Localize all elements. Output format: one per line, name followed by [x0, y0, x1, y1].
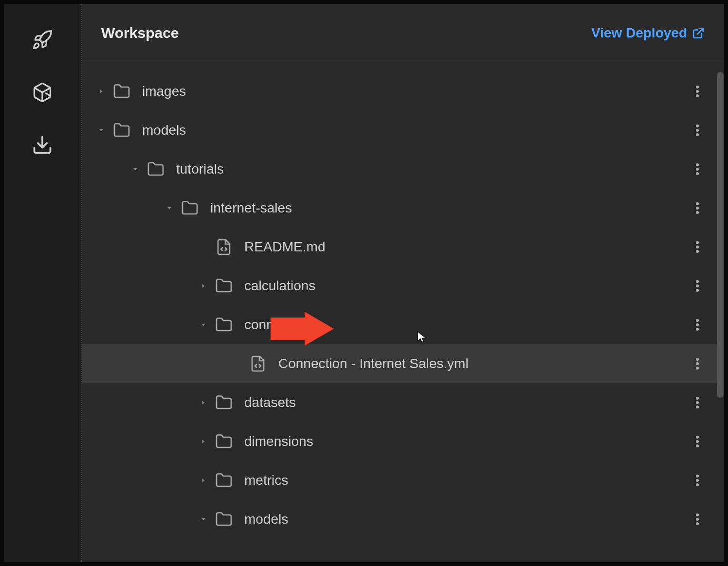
svg-point-17	[696, 250, 699, 253]
tree-item-label: README.md	[244, 239, 325, 255]
svg-point-13	[696, 207, 699, 210]
file-icon	[214, 237, 234, 257]
nav-rail	[4, 4, 82, 562]
tree-item-readme-md[interactable]: README.md	[82, 228, 719, 266]
tree-item-label: tutorials	[176, 161, 224, 177]
package-icon[interactable]	[31, 81, 54, 104]
external-link-icon	[692, 27, 705, 39]
svg-point-4	[696, 90, 699, 93]
svg-point-6	[696, 124, 699, 127]
rocket-icon[interactable]	[31, 28, 54, 52]
scrollbar-thumb[interactable]	[717, 72, 724, 398]
chevron-right-icon[interactable]	[96, 87, 106, 96]
chevron-down-icon[interactable]	[199, 320, 208, 330]
chevron-down-icon[interactable]	[164, 203, 174, 213]
tree-item-connection-internet-sales-yml[interactable]: Connection - Internet Sales.yml	[82, 344, 719, 383]
tree-item-calculations[interactable]: calculations	[82, 266, 719, 305]
more-options-button[interactable]	[685, 352, 710, 376]
folder-icon	[214, 315, 234, 335]
more-options-button[interactable]	[685, 507, 710, 531]
view-deployed-link[interactable]: View Deployed	[591, 25, 705, 41]
svg-point-28	[696, 401, 699, 404]
svg-point-18	[696, 280, 699, 283]
svg-point-15	[696, 241, 699, 244]
scrollbar[interactable]	[716, 72, 724, 403]
tree-item-label: models	[142, 123, 186, 138]
tree-item-label: internet-sales	[210, 200, 292, 216]
download-icon[interactable]	[31, 133, 54, 157]
folder-icon	[112, 82, 131, 101]
svg-point-3	[696, 86, 699, 88]
svg-point-29	[696, 406, 699, 408]
svg-point-11	[696, 172, 699, 175]
folder-icon	[180, 198, 200, 218]
chevron-right-icon[interactable]	[199, 398, 208, 407]
more-options-button[interactable]	[685, 118, 710, 142]
chevron-right-icon[interactable]	[199, 476, 208, 485]
svg-point-10	[696, 168, 699, 171]
svg-point-36	[696, 513, 699, 516]
more-options-button[interactable]	[685, 468, 710, 493]
svg-point-9	[696, 163, 699, 166]
svg-point-12	[696, 202, 699, 205]
tree-item-images[interactable]: images	[82, 72, 719, 111]
folder-icon	[214, 393, 234, 412]
more-options-button[interactable]	[685, 390, 710, 415]
svg-line-2	[697, 28, 703, 34]
more-options-button[interactable]	[685, 157, 710, 181]
tree-item-models[interactable]: models	[82, 500, 719, 539]
folder-icon	[214, 510, 234, 529]
svg-point-5	[696, 94, 699, 97]
svg-point-7	[696, 129, 699, 132]
svg-point-23	[696, 328, 699, 331]
tree-item-connections[interactable]: connections	[82, 305, 719, 344]
tree-item-datasets[interactable]: datasets	[82, 383, 719, 422]
svg-point-30	[696, 436, 699, 439]
tree-item-label: calculations	[244, 278, 315, 294]
svg-point-22	[696, 323, 699, 326]
svg-point-8	[696, 133, 699, 136]
tree-item-label: dimensions	[244, 434, 313, 449]
folder-icon	[214, 276, 234, 296]
more-options-button[interactable]	[685, 196, 710, 220]
svg-point-38	[696, 522, 699, 525]
more-options-button[interactable]	[685, 429, 710, 454]
svg-point-31	[696, 440, 699, 443]
folder-icon	[214, 432, 234, 451]
tree-item-label: images	[142, 84, 186, 99]
tree-item-label: connections	[244, 317, 317, 333]
panel-title: Workspace	[101, 25, 179, 41]
view-deployed-label: View Deployed	[591, 25, 687, 41]
svg-point-20	[696, 289, 699, 292]
svg-point-34	[696, 479, 699, 482]
more-options-button[interactable]	[685, 274, 710, 298]
svg-point-27	[696, 397, 699, 400]
svg-point-25	[696, 362, 699, 365]
tree-item-dimensions[interactable]: dimensions	[82, 422, 719, 461]
chevron-down-icon[interactable]	[96, 125, 106, 135]
svg-point-19	[696, 284, 699, 287]
chevron-right-icon[interactable]	[199, 437, 208, 446]
tree-item-models[interactable]: models	[82, 111, 719, 150]
svg-point-16	[696, 246, 699, 248]
file-tree: imagesmodelstutorialsinternet-salesREADM…	[82, 62, 724, 562]
svg-point-26	[696, 367, 699, 370]
svg-point-14	[696, 211, 699, 214]
workspace-panel: Workspace View Deployed imagesmodelstuto…	[82, 4, 724, 562]
tree-item-tutorials[interactable]: tutorials	[82, 150, 719, 189]
svg-point-37	[696, 518, 699, 521]
panel-header: Workspace View Deployed	[82, 4, 724, 62]
tree-item-metrics[interactable]: metrics	[82, 461, 719, 500]
svg-point-24	[696, 358, 699, 361]
more-options-button[interactable]	[685, 79, 710, 104]
chevron-down-icon[interactable]	[199, 514, 208, 524]
more-options-button[interactable]	[685, 235, 710, 259]
tree-item-label: datasets	[244, 395, 296, 410]
chevron-right-icon[interactable]	[199, 281, 208, 291]
svg-point-35	[696, 483, 699, 486]
svg-point-32	[696, 444, 699, 447]
tree-item-internet-sales[interactable]: internet-sales	[82, 189, 719, 228]
tree-item-label: metrics	[244, 473, 288, 488]
more-options-button[interactable]	[685, 313, 710, 337]
chevron-down-icon[interactable]	[130, 164, 140, 174]
